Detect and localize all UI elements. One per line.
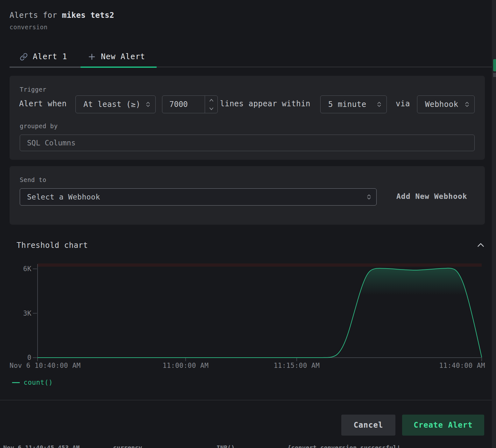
grouped-by-label: grouped by bbox=[20, 122, 58, 130]
group-by-input[interactable] bbox=[20, 135, 475, 151]
add-new-webhook-button[interactable]: Add New Webhook bbox=[396, 192, 467, 200]
page-subtitle: conversion bbox=[10, 24, 47, 31]
lines-appear-text: lines appear within bbox=[220, 99, 310, 108]
channel-select[interactable]: Webhook bbox=[417, 95, 475, 113]
legend-line-swatch bbox=[12, 382, 20, 383]
threshold-chart: 03K6KNov 6 10:40:00 AM11:00:00 AM11:15:0… bbox=[0, 260, 496, 373]
time-window-select[interactable]: 5 minute bbox=[320, 95, 387, 113]
chevron-updown-icon bbox=[366, 194, 372, 200]
trigger-label: Trigger bbox=[20, 86, 46, 93]
page-title: Alerts for mikes tets2 bbox=[10, 11, 114, 20]
svg-text:0: 0 bbox=[27, 354, 32, 361]
threshold-band bbox=[38, 263, 482, 267]
cancel-button[interactable]: Cancel bbox=[341, 415, 395, 436]
stepper-up-button[interactable] bbox=[205, 96, 217, 104]
chevron-updown-icon bbox=[376, 101, 382, 108]
svg-text:3K: 3K bbox=[23, 310, 32, 317]
tab-alert-1[interactable]: Alert 1 bbox=[20, 50, 67, 63]
legend-series-label: count() bbox=[24, 379, 53, 386]
webhook-select-value: Select a Webhook bbox=[27, 193, 100, 201]
webhook-select[interactable]: Select a Webhook bbox=[20, 188, 377, 206]
chart-legend: count() bbox=[12, 379, 53, 386]
chevron-updown-icon bbox=[464, 101, 470, 108]
underlying-green-button-fragment bbox=[493, 59, 496, 71]
send-to-section: Send to Select a Webhook Add New Webhook bbox=[10, 166, 485, 225]
background-log-field: INR() bbox=[216, 444, 235, 448]
background-log-message: {convert conversion successful! bbox=[287, 444, 400, 448]
tab-new-alert-label: New Alert bbox=[101, 52, 145, 61]
footer-divider bbox=[0, 400, 492, 400]
threshold-value-field[interactable] bbox=[162, 95, 218, 113]
chevron-up-icon bbox=[476, 241, 485, 249]
channel-value: Webhook bbox=[425, 100, 458, 109]
background-log-row: Nov 6 11:40:45.453 AM currency INR() {co… bbox=[0, 444, 492, 448]
tab-new-alert[interactable]: New Alert bbox=[88, 50, 145, 63]
plus-icon bbox=[88, 53, 96, 61]
background-log-service: currency bbox=[113, 444, 142, 448]
background-log-timestamp: Nov 6 11:40:45.453 AM bbox=[3, 444, 80, 448]
threshold-chart-title: Threshold chart bbox=[17, 241, 88, 250]
trigger-section: Trigger Alert when At least (≥) lines ap… bbox=[10, 76, 485, 160]
chevron-down-icon bbox=[209, 107, 214, 111]
underlying-gray-fragment bbox=[493, 73, 496, 77]
svg-text:11:40:00 AM: 11:40:00 AM bbox=[439, 362, 485, 369]
time-window-value: 5 minute bbox=[328, 100, 366, 109]
via-text: via bbox=[396, 99, 410, 108]
svg-text:11:00:00 AM: 11:00:00 AM bbox=[163, 362, 209, 369]
threshold-operator-value: At least (≥) bbox=[83, 100, 140, 109]
svg-text:6K: 6K bbox=[23, 265, 32, 273]
create-alert-button[interactable]: Create Alert bbox=[402, 415, 484, 436]
svg-text:11:15:00 AM: 11:15:00 AM bbox=[274, 362, 320, 369]
create-alert-modal: Alerts for mikes tets2 conversion Alert … bbox=[0, 0, 496, 448]
svg-text:Nov 6 10:40:00 AM: Nov 6 10:40:00 AM bbox=[10, 362, 81, 369]
tab-alert-1-underline bbox=[10, 66, 81, 68]
link-icon bbox=[20, 53, 28, 61]
alert-when-text: Alert when bbox=[19, 99, 67, 108]
chevron-up-icon bbox=[209, 98, 214, 102]
page-title-source: mikes tets2 bbox=[62, 11, 114, 20]
collapse-chart-button[interactable] bbox=[476, 240, 486, 250]
page-title-prefix: Alerts for bbox=[10, 11, 62, 20]
send-to-label: Send to bbox=[20, 176, 46, 183]
stepper-down-button[interactable] bbox=[205, 104, 217, 113]
threshold-stepper bbox=[205, 96, 217, 113]
threshold-operator-select[interactable]: At least (≥) bbox=[75, 95, 156, 113]
threshold-value-input[interactable] bbox=[162, 96, 205, 113]
tab-alert-1-label: Alert 1 bbox=[33, 52, 67, 61]
chevron-updown-icon bbox=[145, 101, 151, 108]
tab-new-alert-active-underline bbox=[81, 66, 157, 68]
